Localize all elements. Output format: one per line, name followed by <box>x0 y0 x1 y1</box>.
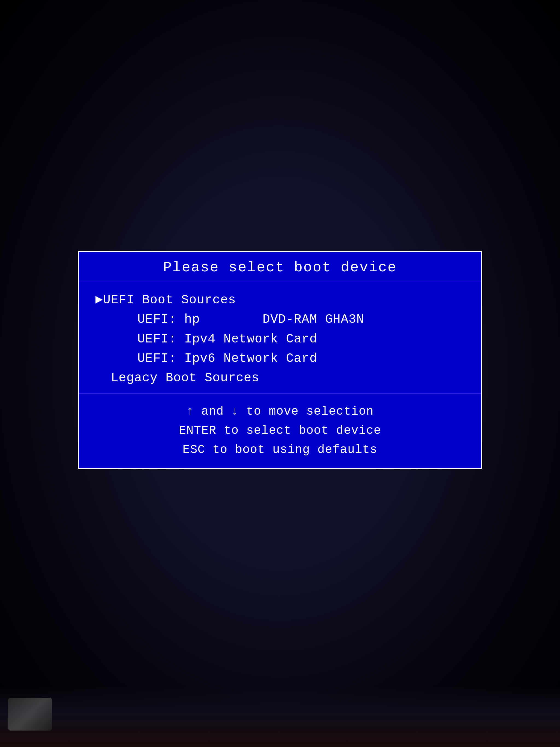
boot-option-dvd[interactable]: UEFI: hp DVD-RAM GHA3N <box>95 310 465 329</box>
cable-decoration <box>8 698 52 730</box>
screen-background: Please select boot device ►UEFI Boot Sou… <box>0 0 560 747</box>
footer-navigation-hint: ↑ and ↓ to move selection <box>90 402 470 421</box>
legacy-boot-sources-header[interactable]: Legacy Boot Sources <box>95 368 465 388</box>
bios-title-section: Please select boot device <box>79 252 481 282</box>
uefi-boot-sources-header[interactable]: ►UEFI Boot Sources <box>95 290 465 310</box>
bios-title: Please select boot device <box>90 260 470 276</box>
boot-option-ipv6[interactable]: UEFI: Ipv6 Network Card <box>95 349 465 368</box>
boot-option-ipv4[interactable]: UEFI: Ipv4 Network Card <box>95 330 465 349</box>
bios-menu-section: ►UEFI Boot Sources UEFI: hp DVD-RAM GHA3… <box>79 282 481 394</box>
footer-enter-hint: ENTER to select boot device <box>90 421 470 440</box>
bios-footer-section: ↑ and ↓ to move selection ENTER to selec… <box>79 394 481 468</box>
bios-dialog: Please select boot device ►UEFI Boot Sou… <box>78 251 482 469</box>
footer-esc-hint: ESC to boot using defaults <box>90 440 470 459</box>
